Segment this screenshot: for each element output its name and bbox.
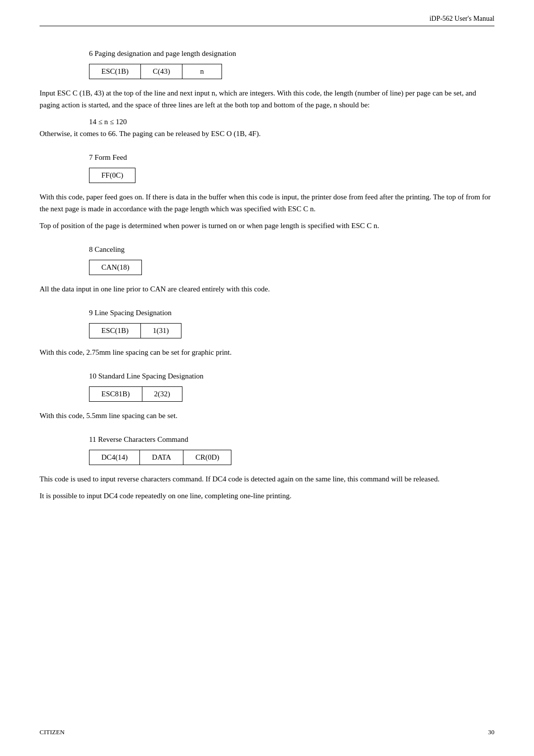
page-header: iDP-562 User's Manual <box>40 15 494 26</box>
section-6-range: 14 ≤ n ≤ 120 <box>89 116 494 128</box>
section-11-para-1: This code is used to input reverse chara… <box>40 473 494 485</box>
section-10-table: ESC81B) 2(32) <box>89 386 182 402</box>
table-cell: DC4(14) <box>89 450 140 465</box>
page: iDP-562 User's Manual 6 Paging designati… <box>0 0 534 756</box>
table-row: ESC81B) 2(32) <box>89 387 182 402</box>
section-9: 9 Line Spacing Designation ESC(1B) 1(31)… <box>40 309 494 358</box>
page-content: 6 Paging designation and page length des… <box>40 49 494 502</box>
table-cell: CR(0D) <box>183 450 231 465</box>
table-row: FF(0C) <box>89 168 135 183</box>
table-cell: ESC(1B) <box>89 324 141 338</box>
section-10: 10 Standard Line Spacing Designation ESC… <box>40 372 494 422</box>
section-8: 8 Canceling CAN(18) All the data input i… <box>40 245 494 295</box>
table-cell: 1(31) <box>141 324 181 338</box>
table-cell: C(43) <box>141 64 182 79</box>
section-8-title: 8 Canceling <box>89 245 494 254</box>
table-cell: 2(32) <box>142 387 182 402</box>
page-footer: CITIZEN 30 <box>40 728 494 736</box>
table-cell: n <box>182 64 222 79</box>
table-cell: DATA <box>140 450 183 465</box>
section-11-title: 11 Reverse Characters Command <box>89 435 494 444</box>
table-cell: ESC81B) <box>89 387 142 402</box>
section-9-title: 9 Line Spacing Designation <box>89 309 494 317</box>
table-row: CAN(18) <box>89 260 142 275</box>
section-10-para-1: With this code, 5.5mm line spacing can b… <box>40 410 494 422</box>
section-7: 7 Form Feed FF(0C) With this code, paper… <box>40 153 494 232</box>
section-6-para-1: Input ESC C (1B, 43) at the top of the l… <box>40 87 494 111</box>
section-7-para-2: Top of position of the page is determine… <box>40 220 494 232</box>
section-6-table: ESC(1B) C(43) n <box>89 64 222 79</box>
footer-brand: CITIZEN <box>40 728 65 736</box>
section-8-para-1: All the data input in one line prior to … <box>40 283 494 295</box>
section-11-table: DC4(14) DATA CR(0D) <box>89 450 231 465</box>
section-11-para-2: It is possible to input DC4 code repeate… <box>40 490 494 502</box>
table-row: DC4(14) DATA CR(0D) <box>89 450 231 465</box>
manual-title: iDP-562 User's Manual <box>429 15 494 22</box>
table-cell: FF(0C) <box>89 168 135 183</box>
section-7-table: FF(0C) <box>89 168 135 183</box>
section-8-table: CAN(18) <box>89 260 142 275</box>
section-9-table: ESC(1B) 1(31) <box>89 323 181 338</box>
section-9-para-1: With this code, 2.75mm line spacing can … <box>40 346 494 358</box>
section-7-para-1: With this code, paper feed goes on. If t… <box>40 191 494 215</box>
page-number: 30 <box>488 728 494 736</box>
section-7-title: 7 Form Feed <box>89 153 494 162</box>
table-row: ESC(1B) C(43) n <box>89 64 222 79</box>
table-cell: CAN(18) <box>89 260 142 275</box>
section-11: 11 Reverse Characters Command DC4(14) DA… <box>40 435 494 502</box>
table-row: ESC(1B) 1(31) <box>89 324 181 338</box>
section-6: 6 Paging designation and page length des… <box>40 49 494 140</box>
section-10-title: 10 Standard Line Spacing Designation <box>89 372 494 380</box>
section-6-para-2: Otherwise, it comes to 66. The paging ca… <box>40 128 494 140</box>
table-cell: ESC(1B) <box>89 64 141 79</box>
section-6-title: 6 Paging designation and page length des… <box>89 49 494 58</box>
